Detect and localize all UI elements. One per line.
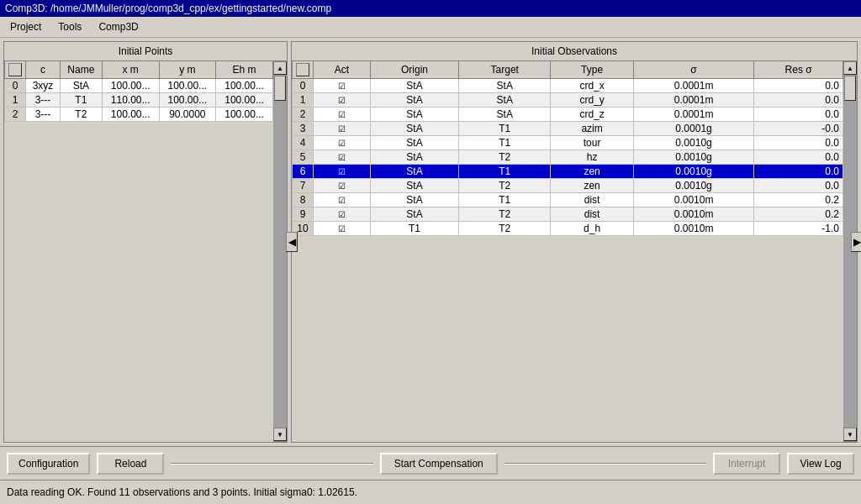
table-row[interactable]: 2 ☑ StA StA crd_z 0.0001m 0.0: [293, 108, 843, 122]
row-eh: 100.00...: [216, 108, 273, 122]
obs-row-origin: StA: [370, 193, 459, 207]
obs-row-target: StA: [459, 93, 551, 108]
obs-row-resigma: 0.0: [754, 136, 843, 150]
obs-row-act[interactable]: ☑: [314, 179, 371, 193]
obs-row-act[interactable]: ☑: [314, 108, 371, 122]
obs-row-resigma: 0.0: [754, 165, 843, 179]
obs-row-type: zen: [551, 165, 634, 179]
obs-row-type: dist: [551, 207, 634, 222]
table-row[interactable]: 0 ☑ StA StA crd_x 0.0001m 0.0: [293, 79, 843, 93]
left-scrollbar[interactable]: ▲ ▼: [273, 60, 287, 442]
scroll-down-left[interactable]: ▼: [273, 428, 287, 441]
right-table-area: Act Origin Target Type σ Res σ 0 ☑ StA S…: [292, 60, 843, 442]
scroll-down-right[interactable]: ▼: [843, 428, 857, 441]
separator-1: [171, 463, 372, 465]
collapse-arrow-left[interactable]: ◀: [286, 232, 298, 252]
obs-row-act[interactable]: ☑: [314, 222, 371, 236]
scroll-up-left[interactable]: ▲: [273, 61, 287, 75]
obs-row-target: T2: [459, 150, 551, 165]
collapse-arrow-right[interactable]: ▶: [851, 232, 861, 252]
obs-row-act[interactable]: ☑: [314, 79, 371, 93]
observations-table: Act Origin Target Type σ Res σ 0 ☑ StA S…: [292, 60, 843, 236]
table-row[interactable]: 9 ☑ StA T2 dist 0.0010m 0.2: [293, 207, 843, 222]
obs-row-sigma: 0.0010m: [633, 222, 753, 236]
obs-col-resigma: Res σ: [754, 61, 843, 79]
obs-row-id: 9: [293, 207, 314, 222]
obs-row-type: crd_z: [551, 108, 634, 122]
obs-row-origin: StA: [370, 108, 459, 122]
menu-tools[interactable]: Tools: [55, 19, 85, 34]
obs-row-type: crd_y: [551, 93, 634, 108]
row-name: StA: [60, 79, 102, 93]
obs-row-target: StA: [459, 108, 551, 122]
obs-row-id: 0: [293, 79, 314, 93]
obs-row-act[interactable]: ☑: [314, 150, 371, 165]
menu-comp3d[interactable]: Comp3D: [95, 19, 141, 34]
obs-row-id: 2: [293, 108, 314, 122]
row-y: 90.0000: [159, 108, 216, 122]
points-table: c Name x m y m Eh m 0 3xyz StA 100.00...…: [4, 60, 273, 122]
table-row[interactable]: 1 ☑ StA StA crd_y 0.0001m 0.0: [293, 93, 843, 108]
table-row[interactable]: 2 3--- T2 100.00... 90.0000 100.00...: [5, 108, 273, 122]
obs-row-id: 3: [293, 122, 314, 136]
left-panel: Initial Points c Name x m y m Eh m: [3, 41, 288, 443]
col-header-x: x m: [102, 61, 159, 79]
obs-row-sigma: 0.0010g: [633, 136, 753, 150]
obs-row-origin: StA: [370, 165, 459, 179]
right-panel-title: Initial Observations: [292, 42, 857, 60]
obs-col-idx: [293, 61, 314, 79]
row-eh: 100.00...: [216, 93, 273, 108]
obs-row-sigma: 0.0010g: [633, 179, 753, 193]
status-text: Data reading OK. Found 11 observations a…: [7, 486, 357, 498]
status-bar: Data reading OK. Found 11 observations a…: [0, 480, 861, 503]
obs-row-origin: StA: [370, 79, 459, 93]
table-row[interactable]: 0 3xyz StA 100.00... 100.00... 100.00...: [5, 79, 273, 93]
obs-row-act[interactable]: ☑: [314, 165, 371, 179]
table-row[interactable]: 3 ☑ StA T1 azim 0.0001g -0.0: [293, 122, 843, 136]
obs-row-type: dist: [551, 193, 634, 207]
reload-button[interactable]: Reload: [97, 453, 164, 475]
interrupt-button[interactable]: Interrupt: [713, 453, 780, 475]
configuration-button[interactable]: Configuration: [7, 453, 90, 475]
obs-row-type: azim: [551, 122, 634, 136]
scroll-up-right[interactable]: ▲: [843, 61, 857, 75]
obs-row-origin: StA: [370, 207, 459, 222]
obs-row-act[interactable]: ☑: [314, 122, 371, 136]
obs-row-resigma: 0.0: [754, 179, 843, 193]
separator-2: [504, 463, 706, 465]
obs-row-act[interactable]: ☑: [314, 193, 371, 207]
table-row[interactable]: 6 ☑ StA T1 zen 0.0010g 0.0: [293, 165, 843, 179]
obs-row-target: T2: [459, 222, 551, 236]
title-bar: Comp3D: /home/JMMuller/prog/comp3d_cpp/e…: [0, 0, 861, 17]
table-row[interactable]: 10 ☑ T1 T2 d_h 0.0010m -1.0: [293, 222, 843, 236]
col-header-name: Name: [60, 61, 102, 79]
obs-row-target: T1: [459, 122, 551, 136]
obs-col-origin: Origin: [370, 61, 459, 79]
obs-row-sigma: 0.0001m: [633, 79, 753, 93]
obs-row-sigma: 0.0010g: [633, 150, 753, 165]
obs-row-sigma: 0.0010m: [633, 193, 753, 207]
table-row[interactable]: 8 ☑ StA T1 dist 0.0010m 0.2: [293, 193, 843, 207]
obs-row-sigma: 0.0001m: [633, 93, 753, 108]
table-row[interactable]: 5 ☑ StA T2 hz 0.0010g 0.0: [293, 150, 843, 165]
view-log-button[interactable]: View Log: [787, 453, 854, 475]
obs-row-type: zen: [551, 179, 634, 193]
obs-row-id: 1: [293, 93, 314, 108]
start-compensation-button[interactable]: Start Compensation: [380, 453, 498, 475]
obs-row-resigma: -0.0: [754, 122, 843, 136]
obs-row-act[interactable]: ☑: [314, 93, 371, 108]
table-row[interactable]: 7 ☑ StA T2 zen 0.0010g 0.0: [293, 179, 843, 193]
obs-row-sigma: 0.0010g: [633, 165, 753, 179]
left-panel-title: Initial Points: [4, 42, 287, 60]
obs-row-act[interactable]: ☑: [314, 136, 371, 150]
table-row[interactable]: 4 ☑ StA T1 tour 0.0010g 0.0: [293, 136, 843, 150]
row-name: T2: [60, 108, 102, 122]
obs-row-act[interactable]: ☑: [314, 207, 371, 222]
menu-project[interactable]: Project: [7, 19, 45, 34]
obs-col-act: Act: [314, 61, 371, 79]
row-x: 100.00...: [102, 79, 159, 93]
row-y: 100.00...: [159, 79, 216, 93]
obs-row-target: StA: [459, 79, 551, 93]
obs-row-type: crd_x: [551, 79, 634, 93]
table-row[interactable]: 1 3--- T1 110.00... 100.00... 100.00...: [5, 93, 273, 108]
